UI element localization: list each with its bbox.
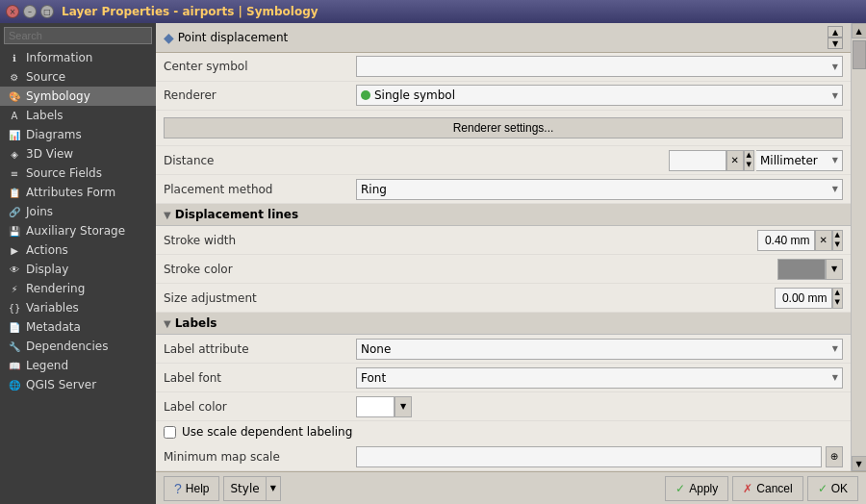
sidebar-item-actions[interactable]: ▶ Actions — [0, 240, 156, 260]
sidebar-item-dependencies[interactable]: 🔧 Dependencies — [0, 337, 156, 356]
close-button[interactable]: × — [6, 5, 19, 18]
displacement-lines-title: Displacement lines — [175, 208, 298, 221]
stroke-width-spinner[interactable]: ▲ ▼ — [832, 230, 843, 251]
sidebar-item-source[interactable]: ⚙ Source — [0, 67, 156, 87]
sidebar-item-symbology[interactable]: 🎨 Symbology — [0, 87, 156, 106]
label-color-row: Label color ▼ — [156, 392, 851, 421]
spin-down-icon[interactable]: ▼ — [745, 161, 753, 170]
sidebar-item-rendering[interactable]: ⚡ Rendering — [0, 279, 156, 298]
stroke-width-row: Stroke width ✕ ▲ ▼ — [156, 226, 851, 255]
stroke-width-input[interactable] — [757, 230, 815, 251]
distance-spinner[interactable]: ▲ ▼ — [744, 150, 754, 171]
sidebar-item-diagrams[interactable]: 📊 Diagrams — [0, 125, 156, 144]
distance-input[interactable]: 3.0000000 — [669, 150, 726, 171]
center-symbol-combo[interactable]: ▼ — [356, 56, 843, 77]
renderer-settings-button[interactable]: Renderer settings... — [164, 117, 843, 139]
sidebar-item-label: Metadata — [26, 320, 81, 334]
sidebar-item-3dview[interactable]: ◈ 3D View — [0, 144, 156, 164]
checkmark-icon: ✓ — [675, 482, 685, 495]
sidebar-item-labels[interactable]: A Labels — [0, 106, 156, 125]
min-map-scale-input[interactable]: 0 — [356, 446, 822, 467]
minimize-button[interactable]: – — [23, 5, 37, 18]
scroll-down-btn[interactable]: ▼ — [828, 38, 843, 49]
scroll-up-btn[interactable]: ▲ — [828, 26, 843, 38]
placement-method-value: Ring — [361, 183, 387, 196]
scrollbar-thumb[interactable] — [853, 40, 866, 69]
maximize-button[interactable]: □ — [40, 5, 54, 18]
source-icon: ⚙ — [8, 72, 21, 83]
sidebar-item-joins[interactable]: 🔗 Joins — [0, 202, 156, 221]
map-scale-tool-button[interactable]: ⊕ — [826, 446, 843, 467]
min-map-scale-control: 0 ⊕ — [356, 446, 843, 467]
sidebar-item-label: Actions — [26, 243, 68, 257]
size-adjustment-input[interactable] — [775, 288, 832, 309]
spin-down-icon[interactable]: ▼ — [833, 298, 842, 308]
distance-label: Distance — [164, 154, 356, 167]
chevron-down-icon: ▼ — [832, 91, 838, 100]
label-attribute-control[interactable]: None ▼ — [356, 339, 843, 360]
sidebar-item-qgisserver[interactable]: 🌐 QGIS Server — [0, 375, 156, 394]
sidebar-item-label: Labels — [26, 109, 64, 122]
attributesform-icon: 📋 — [8, 188, 21, 198]
spin-up-icon[interactable]: ▲ — [833, 231, 842, 240]
label-color-dropdown-button[interactable]: ▼ — [395, 396, 412, 417]
label-font-control[interactable]: Font ▼ — [356, 367, 843, 389]
renderer-value: Single symbol — [374, 88, 455, 102]
stroke-color-dropdown-button[interactable]: ▼ — [826, 259, 843, 280]
scroll-up-button[interactable]: ▲ — [852, 23, 867, 38]
collapse-arrow-icon[interactable]: ▼ — [164, 318, 171, 329]
sidebar-item-information[interactable]: ℹ Information — [0, 48, 156, 67]
stroke-color-control: ▼ — [356, 259, 843, 280]
distance-unit-label: Millimeter — [760, 154, 818, 167]
label-font-combo[interactable]: Font ▼ — [356, 367, 843, 389]
sidebar-item-attributesform[interactable]: 📋 Attributes Form — [0, 183, 156, 202]
help-button[interactable]: ? Help — [164, 476, 219, 501]
x-icon: ✗ — [743, 482, 752, 495]
placement-method-combo[interactable]: Ring ▼ — [356, 179, 843, 200]
chevron-down-icon: ▼ — [832, 63, 838, 71]
spin-up-icon[interactable]: ▲ — [745, 151, 753, 161]
label-attribute-combo[interactable]: None ▼ — [356, 339, 843, 360]
style-button[interactable]: Style ▼ — [223, 476, 280, 501]
sidebar-item-label: Legend — [26, 359, 68, 372]
chevron-down-icon: ▼ — [832, 156, 838, 164]
spin-down-icon[interactable]: ▼ — [833, 240, 842, 250]
label-attribute-row: Label attribute None ▼ — [156, 335, 851, 364]
size-adjustment-spinner[interactable]: ▲ ▼ — [832, 288, 843, 309]
cancel-button[interactable]: ✗ Cancel — [732, 476, 802, 501]
displacement-lines-header: ▼ Displacement lines — [156, 204, 851, 226]
scroll-down-button[interactable]: ▼ — [852, 456, 867, 471]
center-symbol-row: Center symbol ▼ — [156, 53, 851, 82]
sidebar-item-metadata[interactable]: 📄 Metadata — [0, 317, 156, 337]
title-bar: × – □ Layer Properties - airports | Symb… — [0, 0, 866, 23]
label-color-swatch[interactable] — [356, 396, 395, 417]
sidebar-item-display[interactable]: 👁 Display — [0, 260, 156, 279]
sidebar-item-variables[interactable]: {} Variables — [0, 298, 156, 317]
sidebar-item-label: Display — [26, 263, 68, 276]
distance-clear-button[interactable]: ✕ — [726, 150, 744, 171]
apply-button[interactable]: ✓ Apply — [665, 476, 728, 501]
search-box[interactable] — [0, 23, 156, 48]
placement-method-control[interactable]: Ring ▼ — [356, 179, 843, 200]
sourcefields-icon: ≡ — [8, 168, 21, 179]
sidebar-item-sourcefields[interactable]: ≡ Source Fields — [0, 164, 156, 183]
ok-button[interactable]: ✓ OK — [807, 476, 858, 501]
sidebar-item-legend[interactable]: 📖 Legend — [0, 356, 156, 375]
renderer-control[interactable]: Single symbol ▼ — [356, 85, 843, 106]
auxiliarystorage-icon: 💾 — [8, 226, 21, 237]
stroke-width-clear-button[interactable]: ✕ — [815, 230, 832, 251]
use-scale-checkbox[interactable] — [164, 426, 176, 439]
sidebar-item-label: 3D View — [26, 147, 73, 161]
center-symbol-control[interactable]: ▼ — [356, 56, 843, 77]
sidebar-item-auxiliarystorage[interactable]: 💾 Auxiliary Storage — [0, 221, 156, 240]
collapse-arrow-icon[interactable]: ▼ — [164, 210, 171, 220]
distance-unit-combo[interactable]: Millimeter ▼ — [756, 150, 843, 171]
renderer-combo[interactable]: Single symbol ▼ — [356, 85, 843, 106]
spin-up-icon[interactable]: ▲ — [833, 289, 842, 298]
stroke-color-label: Stroke color — [164, 263, 356, 276]
diagrams-icon: 📊 — [8, 130, 21, 140]
window-controls[interactable]: × – □ — [6, 5, 54, 18]
search-input[interactable] — [4, 27, 152, 44]
stroke-color-swatch[interactable] — [777, 259, 826, 280]
min-map-scale-row: Minimum map scale 0 ⊕ — [156, 442, 851, 471]
